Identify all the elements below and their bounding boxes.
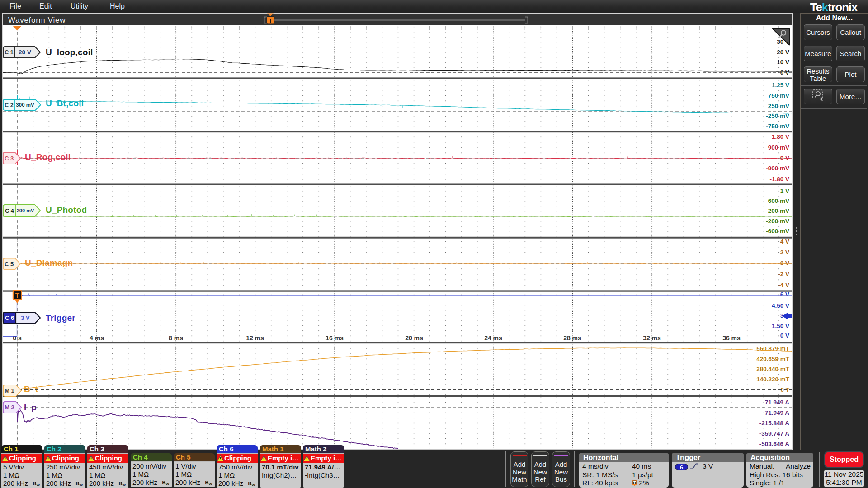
svg-text:T: T <box>633 480 636 485</box>
